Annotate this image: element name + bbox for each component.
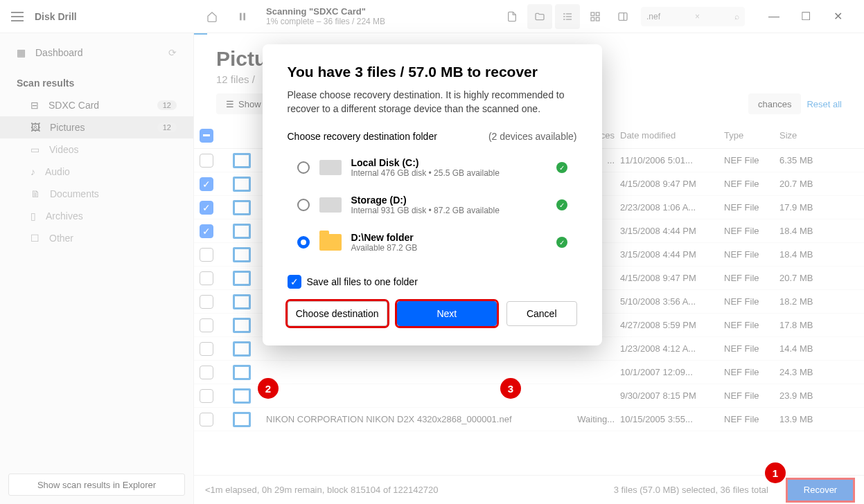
ok-badge-icon: ✓: [556, 237, 567, 248]
save-all-checkbox[interactable]: ✓: [288, 275, 301, 289]
modal-desc: Please choose recovery destination. It i…: [288, 89, 577, 116]
annotation-2: 2: [258, 378, 279, 399]
destination-name: Local Disk (C:): [351, 157, 547, 168]
modal-overlay: You have 3 files / 57.0 MB to recover Pl…: [0, 0, 864, 504]
annotation-1: 1: [765, 462, 786, 483]
destination-name: D:\New folder: [351, 232, 547, 243]
choose-destination-button[interactable]: Choose destination: [288, 301, 387, 326]
modal-title: You have 3 files / 57.0 MB to recover: [288, 64, 577, 80]
annotation-3: 3: [500, 378, 521, 399]
destination-sub: Internal 931 GB disk • 87.2 GB available: [351, 206, 547, 215]
destination-radio[interactable]: [297, 161, 310, 174]
destination-sub: Available 87.2 GB: [351, 243, 547, 253]
ok-badge-icon: ✓: [556, 162, 567, 173]
destination-option[interactable]: Local Disk (C:) Internal 476 GB disk • 2…: [288, 149, 577, 186]
destination-sub: Internal 476 GB disk • 25.5 GB available: [351, 168, 547, 178]
destination-radio[interactable]: [297, 236, 310, 249]
devices-available: (2 devices available): [488, 131, 577, 142]
ok-badge-icon: ✓: [556, 199, 567, 210]
recovery-modal: You have 3 files / 57.0 MB to recover Pl…: [263, 44, 602, 345]
destination-option[interactable]: Storage (D:) Internal 931 GB disk • 87.2…: [288, 186, 577, 224]
destination-radio[interactable]: [297, 199, 310, 211]
save-all-label: Save all files to one folder: [307, 276, 418, 287]
destination-name: Storage (D:): [351, 195, 547, 206]
cancel-button[interactable]: Cancel: [506, 301, 577, 326]
next-button[interactable]: Next: [397, 301, 497, 326]
choose-destination-label: Choose recovery destination folder: [288, 131, 437, 142]
destination-option[interactable]: D:\New folder Available 87.2 GB ✓: [288, 224, 577, 261]
drive-icon: [319, 160, 342, 175]
folder-icon: [319, 234, 342, 251]
drive-icon: [319, 197, 342, 213]
